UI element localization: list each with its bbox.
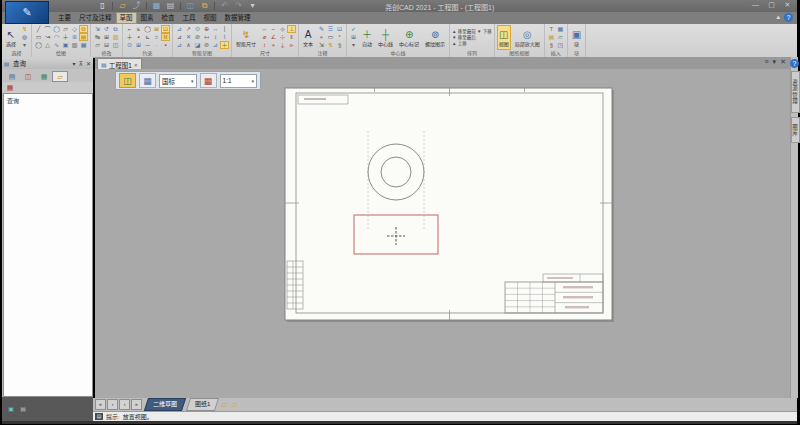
panel-tab-images[interactable]: ▦ (36, 71, 52, 82)
ribbon-icon[interactable]: ◯ (143, 25, 152, 33)
place-view-button[interactable]: ◫ (119, 73, 136, 88)
ribbon-icon[interactable]: ▥ (111, 33, 120, 41)
ribbon-icon[interactable]: ⊙ (125, 41, 134, 49)
drawing-canvas[interactable]: ◫ ▦ 国标 ▾ ▦ 1:1 ▾ (95, 69, 790, 398)
ribbon-icon[interactable]: ⊡ (161, 25, 170, 33)
ribbon-icon[interactable]: ‖ (287, 33, 296, 41)
panel-dropdown-icon[interactable]: ▾ (73, 60, 76, 67)
ribbon-icon[interactable]: ▭ (34, 33, 43, 41)
ribbon-icon[interactable]: ◠ (52, 33, 61, 41)
ribbon-icon[interactable]: ⟐ (278, 25, 287, 33)
ribbon-icon[interactable]: § (547, 41, 556, 49)
ribbon-icon[interactable]: ⊥ (287, 25, 296, 33)
ribbon-icon[interactable]: ⊘ (193, 33, 202, 41)
ribbon-icon[interactable]: △ (43, 41, 52, 49)
ribbon-icon[interactable]: ◇ (70, 25, 79, 33)
ribbon-button-文本[interactable]: A文本 (301, 25, 315, 50)
ribbon-icon[interactable]: ◯ (34, 41, 43, 49)
ribbon-icon[interactable]: ⌖ (317, 33, 326, 41)
ribbon-icon[interactable]: ↝ (43, 33, 52, 41)
ribbon-icon[interactable]: ⊿ (175, 41, 184, 49)
ribbon-tab-图素[interactable]: 图素 (137, 12, 158, 24)
ribbon-tab-数据管理[interactable]: 数据管理 (221, 12, 255, 24)
panel-tab-search[interactable]: ▱ (52, 71, 68, 82)
panel-content[interactable]: 查询 (3, 93, 93, 397)
undo-icon[interactable]: ↶ (219, 1, 230, 11)
ribbon-icon[interactable]: ◍ (20, 33, 29, 41)
ribbon-tab-主要[interactable]: 主要 (54, 12, 75, 24)
ribbon-icon[interactable]: ↯ (20, 25, 29, 33)
command-bar[interactable]: ▤ 提示: 放置视图。 (93, 411, 797, 421)
ribbon-icon[interactable]: ▱ (93, 41, 102, 49)
panel-content-item[interactable]: 查询 (4, 94, 92, 105)
ribbon-list-item[interactable]: ▲ 上移 (452, 41, 492, 47)
maximize-button[interactable]: ▢ (767, 1, 776, 9)
ribbon-icon[interactable]: ⌒ (43, 25, 52, 33)
ribbon-icon[interactable]: ↗ (184, 25, 193, 33)
ribbon-icon[interactable]: ↕ (260, 41, 269, 49)
ribbon-icon[interactable]: ∿ (52, 41, 61, 49)
ribbon-icon[interactable]: ▣ (61, 41, 70, 49)
ribbon-button-局部放大图[interactable]: ◎局部放大图 (513, 25, 542, 50)
ribbon-tab-视图[interactable]: 视图 (200, 12, 221, 24)
sheet-tab-图纸1[interactable]: 图纸1 (186, 398, 220, 411)
status-layer-icon[interactable]: ▤ (19, 405, 27, 413)
redo-icon[interactable]: ↷ (233, 1, 244, 11)
ribbon-icon[interactable]: ✕ (184, 33, 193, 41)
preview-icon[interactable]: ◫ (185, 1, 196, 11)
scale-dropdown[interactable]: 1:1 ▾ (220, 74, 258, 88)
ribbon-icon[interactable]: ▤ (79, 33, 88, 41)
ribbon-icon[interactable]: § (335, 41, 344, 49)
ribbon-icon[interactable]: ⇲ (317, 41, 326, 49)
ribbon-icon[interactable]: ↤ (202, 33, 211, 41)
ribbon-icon[interactable]: ✎ (317, 25, 326, 33)
ribbon-icon[interactable]: ↕ (211, 33, 220, 41)
ribbon-icon[interactable]: ⊙ (193, 25, 202, 33)
ribbon-icon[interactable]: ▪ (161, 41, 170, 49)
ribbon-icon[interactable]: · (152, 41, 161, 49)
ribbon-icon[interactable]: ⌱ (287, 41, 296, 49)
ribbon-icon[interactable]: ▱ (556, 33, 565, 41)
ribbon-button-螺纹图示[interactable]: ⊚螺纹图示 (423, 25, 447, 50)
right-strip-tab-图库[interactable]: 图库 (791, 117, 800, 143)
save-icon[interactable]: ▦ (151, 1, 162, 11)
app-menu-button[interactable]: ✎ (5, 1, 49, 24)
view-style-button[interactable]: ▦ (139, 73, 156, 88)
ribbon-icon[interactable]: ◪ (193, 41, 202, 49)
ribbon-icon[interactable]: ⍊ (278, 41, 287, 49)
ribbon-icon[interactable]: ⌐ (125, 25, 134, 33)
standard-dropdown[interactable]: 国标 ▾ (159, 74, 197, 88)
ribbon-tab-工具[interactable]: 工具 (179, 12, 200, 24)
panel-close-icon[interactable]: ✕ (86, 60, 91, 67)
ribbon-icon[interactable]: ╱ (34, 25, 43, 33)
ribbon-tab-草图[interactable]: 草图 (116, 12, 137, 24)
ribbon-icon[interactable]: ⊞ (102, 33, 111, 41)
ribbon-icon[interactable]: Ⓜ (161, 33, 170, 41)
ribbon-icon[interactable]: ▦ (79, 41, 88, 49)
first-sheet-icon[interactable]: « (95, 399, 106, 410)
ribbon-tab-尺寸及注释[interactable]: 尺寸及注释 (75, 12, 116, 24)
ribbon-icon[interactable]: ↹ (93, 33, 102, 41)
close-button[interactable]: ✕ (783, 1, 792, 9)
ribbon-button-中心线[interactable]: ┼中心线 (376, 25, 395, 50)
ribbon-icon[interactable]: ⌗ (152, 33, 161, 41)
sheet-tab-二维草图[interactable]: 二维草图 (144, 398, 186, 411)
ribbon-icon[interactable]: ⊿ (211, 41, 220, 49)
ribbon-icon[interactable]: ＋ (125, 33, 134, 41)
status-grid-icon[interactable]: ▣ (7, 405, 15, 413)
ribbon-tab-检查[interactable]: 检查 (158, 12, 179, 24)
collapse-ribbon-icon[interactable]: ▴ (776, 13, 780, 22)
ribbon-icon[interactable]: ⊟ (102, 41, 111, 49)
ribbon-icon[interactable]: ↔ (260, 25, 269, 33)
sheet-list-icon[interactable]: ▱ (232, 400, 238, 409)
ribbon-icon[interactable]: ◳ (556, 41, 565, 49)
clipboard-icon[interactable]: ⧉ (199, 1, 210, 11)
ribbon-icon[interactable]: ⇲ (93, 25, 102, 33)
minimize-button[interactable]: — (751, 1, 760, 9)
help-icon[interactable]: ? (784, 13, 793, 22)
ribbon-icon[interactable]: ☰ (326, 25, 335, 33)
ribbon-icon[interactable]: ≤ (134, 25, 143, 33)
ribbon-icon[interactable]: ⌢ (269, 25, 278, 33)
ribbon-icon[interactable]: ◫ (111, 41, 120, 49)
ribbon-icon[interactable]: ∠ (269, 33, 278, 41)
